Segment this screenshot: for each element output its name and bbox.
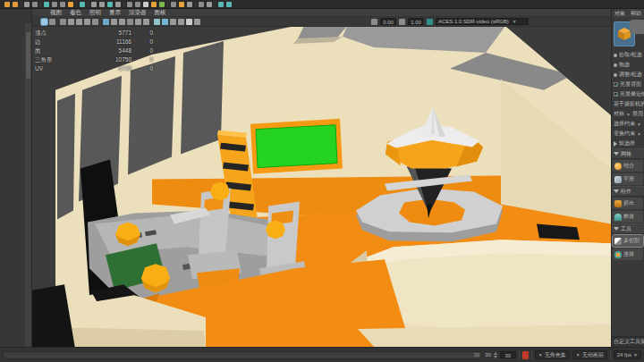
divider bbox=[88, 1, 89, 7]
exposure-icon[interactable] bbox=[170, 19, 176, 25]
scrollbar-thumb[interactable] bbox=[26, 32, 30, 79]
field-entry-icon[interactable] bbox=[187, 2, 192, 7]
color-space-dropdown[interactable]: ACES 1.0 SDR-video (sRGB) ▼ bbox=[436, 18, 529, 25]
fps-dropdown[interactable]: 24 fps▼ bbox=[614, 350, 641, 359]
textured-icon[interactable] bbox=[84, 19, 90, 25]
grease-pencil-icon[interactable] bbox=[194, 19, 200, 25]
construction-history-icon[interactable] bbox=[143, 2, 148, 7]
field-chart-icon[interactable] bbox=[143, 19, 149, 25]
green-screen[interactable] bbox=[250, 119, 343, 174]
curve-icon[interactable] bbox=[199, 2, 204, 7]
menu-help[interactable]: 帮助 bbox=[631, 10, 641, 18]
viewport-canvas[interactable]: 顶点57710 边111660 面54480 三角形107500 UV67350 bbox=[32, 27, 611, 347]
transform-constraint-dropdown[interactable]: 变换约束▼ bbox=[612, 129, 644, 139]
range-end-field[interactable]: 30 bbox=[500, 351, 516, 358]
xray-joints-icon[interactable] bbox=[162, 19, 168, 25]
combine-button[interactable]: 结合 bbox=[613, 160, 643, 172]
mode-pick-marquee[interactable]: 拾取/框选 bbox=[612, 50, 644, 60]
highlight-icon[interactable] bbox=[179, 2, 184, 7]
move-tool-icon[interactable] bbox=[44, 2, 49, 7]
default-material-icon[interactable] bbox=[92, 19, 98, 25]
window-pane[interactable] bbox=[128, 56, 175, 175]
film-gate-icon[interactable] bbox=[119, 19, 125, 25]
window-pane[interactable] bbox=[181, 41, 224, 155]
time-slider[interactable]: 30 bbox=[3, 351, 482, 359]
multicut-button[interactable]: 多切割 bbox=[613, 235, 643, 247]
checkbox-highlight-backfaces[interactable]: ✓亮显背面 bbox=[612, 80, 644, 89]
radio-icon bbox=[614, 54, 617, 57]
hud-row: 面54480 bbox=[35, 46, 153, 55]
input-connections-icon[interactable] bbox=[127, 2, 132, 7]
smooth-button[interactable]: 平滑 bbox=[613, 173, 643, 185]
undo-icon[interactable] bbox=[4, 2, 10, 7]
gamma-toggle-icon[interactable] bbox=[399, 19, 405, 25]
menu-renderer[interactable]: 渲染器 bbox=[129, 9, 147, 17]
shaded-icon[interactable] bbox=[76, 19, 82, 25]
camera-based-selection[interactable]: 基于摄影机的选择消隐 bbox=[612, 99, 644, 109]
snap-point-icon[interactable] bbox=[107, 2, 113, 7]
soft-select-expander[interactable]: 软选择 bbox=[612, 139, 644, 148]
toolbox-cube-icon[interactable] bbox=[226, 2, 232, 7]
render-view-icon[interactable] bbox=[80, 2, 85, 7]
bridge-button[interactable]: 桥接 bbox=[613, 211, 643, 223]
section-components[interactable]: 组件 bbox=[612, 186, 644, 197]
hud-row: UV67350 bbox=[35, 64, 153, 73]
wireframe-icon[interactable] bbox=[68, 19, 74, 25]
isolate-select-icon[interactable] bbox=[103, 19, 109, 25]
ipr-render-icon[interactable] bbox=[159, 2, 165, 7]
anim-layer-dropdown[interactable]: ▼无动画层 bbox=[572, 350, 607, 359]
symmetry-icon[interactable] bbox=[171, 2, 176, 7]
gate-mask-icon[interactable] bbox=[135, 19, 141, 25]
output-connections-icon[interactable] bbox=[135, 2, 140, 7]
view-transform-icon[interactable] bbox=[427, 19, 433, 25]
xray-icon[interactable] bbox=[154, 19, 160, 25]
rotate-tool-icon[interactable] bbox=[52, 2, 57, 7]
gamma-icon[interactable] bbox=[186, 19, 192, 25]
menu-panels[interactable]: 面板 bbox=[155, 9, 166, 17]
redo-icon[interactable] bbox=[13, 2, 18, 7]
radio-icon bbox=[614, 73, 617, 77]
auto-key-icon[interactable] bbox=[522, 351, 529, 359]
resolution-gate-icon[interactable] bbox=[127, 19, 133, 25]
panel-button[interactable] bbox=[630, 20, 644, 34]
section-mesh[interactable]: 网格 bbox=[612, 148, 644, 159]
lighting-icon[interactable] bbox=[41, 19, 47, 25]
chevron-down-icon: ▼ bbox=[637, 131, 641, 137]
lasso-tool-icon[interactable] bbox=[32, 2, 38, 7]
symmetry-dropdown[interactable]: 对称▼禁用 bbox=[612, 109, 644, 119]
outliner-panel[interactable] bbox=[0, 9, 32, 347]
section-tools[interactable]: 工具 bbox=[612, 223, 644, 234]
window-pane[interactable] bbox=[57, 94, 75, 220]
menu-shading[interactable]: 着色 bbox=[70, 9, 81, 17]
menu-object[interactable]: 对象 bbox=[614, 10, 625, 18]
range-spinner[interactable] bbox=[494, 352, 497, 358]
mode-tweak-marquee[interactable]: 调整/框选 bbox=[612, 70, 644, 80]
grid-icon[interactable] bbox=[207, 2, 212, 7]
selection-constraint-dropdown[interactable]: 选择约束▼ bbox=[612, 119, 644, 129]
render-icon[interactable] bbox=[151, 2, 157, 7]
menu-view[interactable]: 视图 bbox=[50, 9, 62, 17]
snap-plane-icon[interactable] bbox=[115, 2, 121, 7]
character-set-dropdown[interactable]: ▼无角色集 bbox=[535, 350, 570, 359]
select-tool-icon[interactable] bbox=[24, 2, 30, 7]
viewport-scene[interactable] bbox=[32, 27, 611, 347]
shadows-icon[interactable] bbox=[49, 19, 55, 25]
scale-tool-icon[interactable] bbox=[60, 2, 65, 7]
snap-curve-icon[interactable] bbox=[99, 2, 105, 7]
camera-icon[interactable] bbox=[111, 19, 117, 25]
menu-show[interactable]: 显示 bbox=[109, 9, 121, 17]
gamma-field[interactable]: 1.00 bbox=[408, 18, 424, 25]
checkbox-highlight-nearest[interactable]: ✓亮显最近组件 bbox=[612, 89, 644, 99]
end-frame-label: 30 bbox=[473, 352, 479, 358]
snap-grid-icon[interactable] bbox=[91, 2, 97, 7]
exposure-field[interactable]: 0.00 bbox=[380, 18, 396, 25]
contrast-icon[interactable] bbox=[178, 19, 184, 25]
menu-lighting[interactable]: 照明 bbox=[89, 9, 101, 17]
extrude-button[interactable]: 挤出 bbox=[613, 198, 643, 209]
last-tool-icon[interactable] bbox=[68, 2, 73, 7]
workspace-cube-icon[interactable] bbox=[218, 2, 224, 7]
texture-view-icon[interactable] bbox=[60, 19, 66, 25]
mode-drag[interactable]: 拖选 bbox=[612, 60, 644, 70]
connect-button[interactable]: 连接 bbox=[613, 248, 643, 260]
exposure-toggle-icon[interactable] bbox=[371, 19, 377, 25]
